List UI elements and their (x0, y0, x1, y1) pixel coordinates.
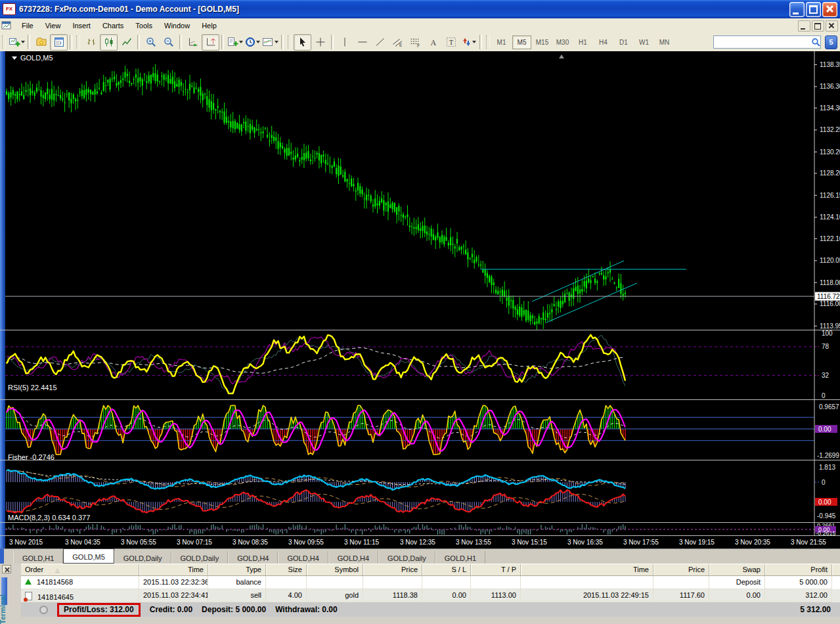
tab-gold-h4-4[interactable]: GOLD,H4 (228, 551, 278, 564)
cell-tp (471, 576, 521, 589)
svg-text:3 Nov 16:35: 3 Nov 16:35 (567, 539, 603, 546)
auto-scroll-button[interactable] (184, 34, 202, 51)
toolbar-grip[interactable] (288, 35, 292, 49)
timeframe-w1[interactable]: W1 (634, 35, 653, 49)
new-chart-button[interactable] (8, 34, 26, 51)
close-button[interactable] (822, 2, 837, 17)
zoom-in-button[interactable] (142, 34, 160, 51)
cell-swap: Deposit (709, 576, 765, 589)
timeframe-d1[interactable]: D1 (614, 35, 633, 49)
community-badge[interactable]: 5 (825, 35, 837, 49)
crosshair-button[interactable] (311, 34, 329, 51)
svg-text:78: 78 (822, 343, 829, 350)
child-restore-button[interactable] (812, 20, 824, 32)
toolbar-grip[interactable] (2, 35, 6, 49)
menu-file[interactable]: File (16, 20, 39, 32)
column-header-time2[interactable]: Time (521, 564, 653, 575)
vertical-line-button[interactable] (336, 34, 353, 51)
line-chart-button[interactable] (118, 34, 135, 51)
menu-help[interactable]: Help (196, 20, 223, 32)
svg-text:3 Nov 20:35: 3 Nov 20:35 (735, 539, 770, 546)
table-row-141814568[interactable]: 1418145682015.11.03 22:32:36balanceDepos… (21, 576, 840, 589)
cursor-button[interactable] (294, 34, 311, 51)
svg-text:3 Nov 2015: 3 Nov 2015 (9, 539, 43, 546)
child-close-button[interactable] (826, 20, 838, 32)
window-title: 6737228: FxPro.com-Demo01 - Demo Account… (19, 5, 239, 14)
search-icon[interactable] (811, 37, 822, 47)
svg-text:3 Nov 07:15: 3 Nov 07:15 (177, 539, 212, 546)
order-doc-icon (25, 592, 32, 600)
osma-panel-canvas[interactable]: 0.26610.00-0.2615 (5, 523, 840, 535)
time-axis[interactable]: 3 Nov 20153 Nov 04:353 Nov 05:553 Nov 07… (5, 536, 840, 548)
timeframe-m5[interactable]: M5 (512, 35, 531, 49)
timeframe-m1[interactable]: M1 (492, 35, 511, 49)
svg-text:1120.05: 1120.05 (820, 257, 840, 264)
menu-view[interactable]: View (39, 20, 67, 32)
title-bar[interactable]: FX 6737228: FxPro.com-Demo01 - Demo Acco… (0, 0, 840, 18)
column-header-time[interactable]: Time (139, 564, 208, 575)
trendline-button[interactable] (371, 34, 389, 51)
chart-symbol-label[interactable]: GOLD,M5 (12, 54, 53, 62)
menu-insert[interactable]: Insert (66, 20, 97, 32)
candlestick-chart-button[interactable] (100, 34, 118, 51)
column-header-swap[interactable]: Swap (709, 564, 765, 575)
fisher-panel-canvas[interactable]: 0.96570.00-1.2699 (5, 400, 840, 460)
minimize-button[interactable] (789, 2, 805, 17)
zoom-out-button[interactable] (160, 34, 177, 51)
bar-chart-button[interactable] (82, 34, 100, 51)
timeframe-mn[interactable]: MN (655, 35, 674, 49)
timeframe-h4[interactable]: H4 (594, 35, 613, 49)
main-chart-canvas[interactable]: 1138.351136.301134.301132.251130.201128.… (5, 51, 840, 330)
column-header-type[interactable]: Type (208, 564, 266, 575)
timeframe-m15[interactable]: M15 (533, 35, 552, 49)
tab-gold-h1-0[interactable]: GOLD,H1 (13, 551, 63, 564)
search-input[interactable] (714, 37, 811, 47)
svg-text:1138.35: 1138.35 (820, 61, 840, 68)
profiles-button[interactable] (32, 34, 50, 51)
text-button[interactable]: A (424, 34, 442, 51)
menu-tools[interactable]: Tools (129, 20, 158, 32)
rsi-panel-canvas[interactable]: 10078320 (5, 330, 840, 399)
equidistant-channel-button[interactable]: E (389, 34, 407, 51)
column-header-order[interactable]: Order△ (21, 564, 139, 575)
maximize-button[interactable] (806, 2, 821, 17)
tab-gold-daily-2[interactable]: GOLD,Daily (114, 551, 171, 564)
arrows-button[interactable] (460, 34, 477, 51)
child-minimize-button[interactable] (798, 20, 810, 32)
chart-shift-button[interactable] (202, 34, 219, 51)
market-watch-button[interactable] (50, 34, 68, 51)
tab-gold-daily-3[interactable]: GOLD,Daily (171, 551, 229, 564)
fibonacci-button[interactable]: F (407, 34, 424, 51)
timeframe-h1[interactable]: H1 (573, 35, 592, 49)
column-header-tp[interactable]: T / P (471, 564, 521, 575)
tab-gold-h4-5[interactable]: GOLD,H4 (278, 551, 328, 564)
toolbar-grip[interactable] (76, 35, 80, 49)
tab-gold-h1-8[interactable]: GOLD,H1 (435, 551, 485, 564)
terminal-vertical-tab[interactable]: Terminal (0, 594, 1, 624)
column-header-price[interactable]: Price (363, 564, 422, 575)
tab-gold-daily-7[interactable]: GOLD,Daily (378, 551, 435, 564)
column-header-price2[interactable]: Price (653, 564, 709, 575)
cell-profit: 5 000.00 (765, 576, 832, 589)
terminal-close-button[interactable] (2, 565, 11, 573)
chevron-down-icon (472, 41, 476, 43)
column-header-sl[interactable]: S / L (422, 564, 471, 575)
menu-window[interactable]: Window (158, 20, 196, 32)
menu-charts[interactable]: Charts (97, 20, 129, 32)
macd-panel-canvas[interactable]: 1.81300.00-0.945 (5, 460, 840, 522)
tab-gold-m5-1[interactable]: GOLD,M5 (63, 548, 114, 564)
svg-text:3 Nov 12:35: 3 Nov 12:35 (400, 539, 435, 546)
horizontal-line-button[interactable] (353, 34, 371, 51)
toolbar-grip[interactable] (486, 35, 490, 49)
periods-button[interactable] (244, 34, 261, 51)
svg-text:3 Nov 13:55: 3 Nov 13:55 (456, 539, 491, 546)
tab-gold-h4-6[interactable]: GOLD,H4 (328, 551, 378, 564)
table-row-141814645[interactable]: 1418146452015.11.03 22:34:41sell4.00gold… (21, 589, 840, 602)
column-header-profit[interactable]: Profit (765, 564, 832, 575)
new-order-button[interactable] (226, 34, 244, 51)
column-header-symbol[interactable]: Symbol (307, 564, 363, 575)
column-header-size[interactable]: Size (266, 564, 307, 575)
text-label-button[interactable]: T (442, 34, 460, 51)
templates-button[interactable] (261, 34, 279, 51)
timeframe-m30[interactable]: M30 (553, 35, 572, 49)
